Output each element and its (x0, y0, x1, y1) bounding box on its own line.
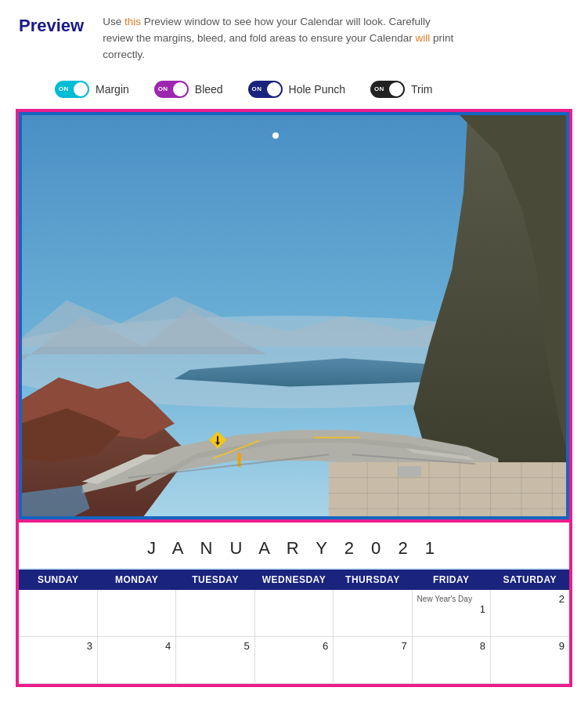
day-cell (254, 590, 333, 637)
toggle-bleed[interactable]: ON (154, 81, 189, 98)
toggle-trim-label: ON (374, 85, 384, 92)
toggle-margin-knob (74, 82, 88, 96)
col-tuesday: TUESDAY (176, 570, 254, 590)
calendar-table: SUNDAY MONDAY TUESDAY WEDNESDAY THURSDAY… (19, 570, 569, 685)
toggle-bleed-knob (173, 82, 187, 96)
photo-inner (22, 115, 566, 516)
toggle-holepunch-item: ON Hole Punch (248, 81, 345, 98)
link-this: this (124, 16, 141, 27)
day-cell-5: 5 (176, 637, 254, 684)
col-friday: FRIDAY (412, 570, 490, 590)
month-title: J A N U A R Y 2 0 2 1 (19, 523, 569, 570)
preview-area: J A N U A R Y 2 0 2 1 SUNDAY MONDAY TUES… (16, 109, 572, 688)
header-description: Use this Preview window to see how your … (103, 14, 463, 63)
day-cell-6: 6 (254, 637, 333, 684)
calendar-section: J A N U A R Y 2 0 2 1 SUNDAY MONDAY TUES… (19, 519, 569, 685)
day-cell (97, 590, 175, 637)
svg-rect-32 (398, 466, 421, 477)
holepunch-label: Hole Punch (289, 83, 345, 96)
col-thursday: THURSDAY (334, 570, 412, 590)
landscape-image (22, 115, 566, 516)
col-sunday: SUNDAY (19, 570, 97, 590)
calendar-header-row: SUNDAY MONDAY TUESDAY WEDNESDAY THURSDAY… (19, 570, 569, 590)
day-cell-3: 3 (19, 637, 97, 684)
day-cell-7: 7 (334, 637, 412, 684)
toggle-margin-label: ON (59, 85, 69, 92)
day-cell-2: 2 (491, 590, 569, 637)
header-section: Preview Use this Preview window to see h… (0, 0, 588, 73)
toggle-margin-item: ON Margin (55, 81, 129, 98)
day-cell-9: 9 (491, 637, 569, 684)
toggle-trim-knob (389, 82, 403, 96)
toggle-trim-item: ON Trim (370, 81, 432, 98)
toggle-trim[interactable]: ON (370, 81, 405, 98)
event-new-years: New Year's Day (417, 595, 485, 603)
link-will: will (415, 32, 430, 44)
toggles-row: ON Margin ON Bleed ON Hole Punch ON Trim (0, 73, 588, 109)
col-monday: MONDAY (97, 570, 175, 590)
toggle-margin[interactable]: ON (55, 81, 89, 98)
toggle-bleed-label: ON (158, 85, 168, 92)
toggle-holepunch-knob (267, 82, 281, 96)
day-cell-1: New Year's Day 1 (412, 590, 490, 637)
toggle-holepunch-label: ON (252, 85, 262, 92)
page-title: Preview (19, 16, 84, 36)
day-cell-4: 4 (97, 637, 175, 684)
col-saturday: SATURDAY (491, 570, 569, 590)
day-cell (176, 590, 254, 637)
day-cell-8: 8 (412, 637, 490, 684)
photo-section (19, 112, 569, 519)
margin-label: Margin (96, 83, 129, 96)
table-row: 3 4 5 6 7 8 9 (19, 637, 569, 684)
hole-punch-dot (272, 132, 279, 139)
col-wednesday: WEDNESDAY (254, 570, 333, 590)
trim-label: Trim (411, 83, 432, 96)
toggle-bleed-item: ON Bleed (154, 81, 223, 98)
day-cell (334, 590, 412, 637)
bleed-label: Bleed (195, 83, 223, 96)
table-row: New Year's Day 1 2 (19, 590, 569, 637)
day-cell (19, 590, 97, 637)
toggle-holepunch[interactable]: ON (248, 81, 283, 98)
